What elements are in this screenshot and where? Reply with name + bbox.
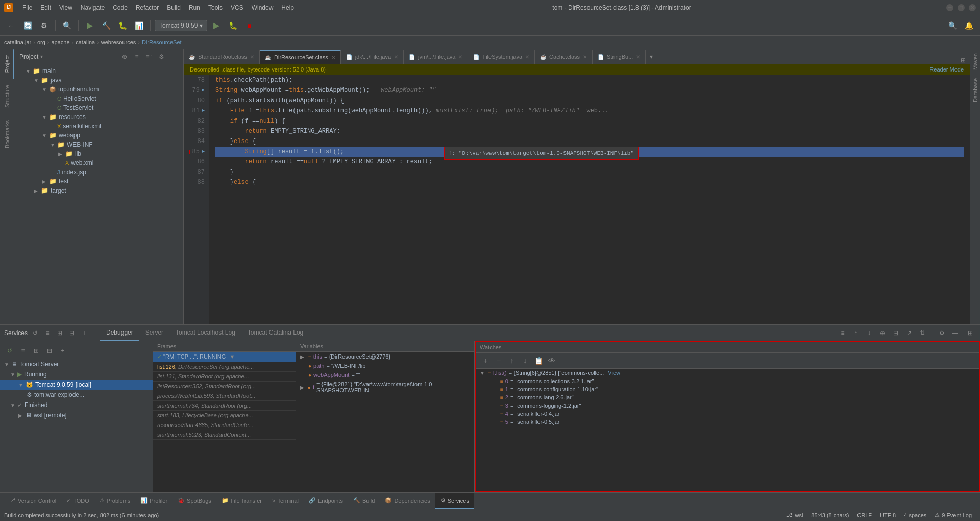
breadcrumb-webresources[interactable]: webresources xyxy=(101,39,136,45)
panel-tool-3[interactable]: ↓ xyxy=(864,327,875,339)
debug-button[interactable]: 🐛 xyxy=(115,18,130,33)
maximize-button[interactable]: □ xyxy=(958,4,965,11)
menu-run[interactable]: Run xyxy=(186,3,203,12)
svc-filter[interactable]: ⊟ xyxy=(44,345,55,357)
status-position[interactable]: 85:43 (8 chars) xyxy=(807,512,853,518)
tree-item-resources[interactable]: ▼ 📁 resources xyxy=(15,112,183,122)
frame-item-4[interactable]: processWebInfLib:593, StandardRoot... xyxy=(153,391,296,401)
tree-item-webinf[interactable]: ▼ 📁 WEB-INF xyxy=(15,140,183,149)
tree-item-java[interactable]: ▼ 📁 java xyxy=(15,76,183,85)
menu-file[interactable]: File xyxy=(19,3,35,12)
tree-item-indexjsp[interactable]: ▶ J index.jsp xyxy=(15,168,183,177)
run-config-debug[interactable]: 🐛 xyxy=(226,18,240,33)
tab-terminal[interactable]: > Terminal xyxy=(267,493,304,509)
tab-profiler[interactable]: 📊 Profiler xyxy=(135,493,173,509)
database-label[interactable]: Database xyxy=(970,74,980,106)
frame-item-6[interactable]: start:183, LifecycleBase (org.apache... xyxy=(153,411,296,420)
menu-refactor[interactable]: Refactor xyxy=(133,3,162,12)
collapse-all-btn[interactable]: ≡ xyxy=(131,51,142,62)
menu-navigate[interactable]: Navigate xyxy=(78,3,108,12)
menu-bar[interactable]: File Edit View Navigate Code Refactor Bu… xyxy=(19,3,297,12)
minimize-button[interactable]: ─ xyxy=(946,4,953,11)
run-config-selector[interactable]: Tomcat 9.0.59 ▾ xyxy=(155,20,207,31)
eye-btn[interactable]: 👁 xyxy=(546,355,557,366)
panel-tool-4[interactable]: ⊕ xyxy=(877,327,888,339)
frame-item-3[interactable]: listResources:352, StandardRoot (org... xyxy=(153,382,296,391)
run-button[interactable]: ▶ xyxy=(83,18,97,33)
svc-finished-group[interactable]: ▼ ✓ Finished xyxy=(0,400,153,410)
tab-problems[interactable]: ⚠ Problems xyxy=(94,493,135,509)
svc-refresh[interactable]: ↺ xyxy=(4,345,15,357)
close-tab-btn[interactable]: ✕ xyxy=(394,54,398,60)
close-tab-btn[interactable]: ✕ xyxy=(636,54,640,60)
svc-tomcat-server[interactable]: ▼ 🖥 Tomcat Server xyxy=(0,359,153,369)
tab-standardroot[interactable]: ☕ StandardRoot.class ✕ xyxy=(184,50,260,64)
close-tab-btn[interactable]: ✕ xyxy=(250,54,254,60)
watch-subitem-4[interactable]: ▶ ≡ 4 = "serialkiller-0.4.jar" xyxy=(476,410,979,418)
status-event-log[interactable]: ⚠ 9 Event Log xyxy=(930,512,976,518)
toolbar-back[interactable]: ← xyxy=(4,18,18,33)
frame-item-2[interactable]: list:131, StandardRoot (org.apache... xyxy=(153,372,296,382)
tree-item-serialkiller[interactable]: ▶ X serialkiller.xml xyxy=(15,122,183,131)
frame-item-1[interactable]: list:126, DirResourceSet (org.apache... xyxy=(153,362,296,372)
tab-build[interactable]: 🔨 Build xyxy=(348,493,380,509)
tab-endpoints[interactable]: 🔗 Endpoints xyxy=(304,493,348,509)
breadcrumb-catalina2[interactable]: catalina xyxy=(76,39,95,45)
panel-tool-6[interactable]: ↗ xyxy=(903,327,915,339)
breadcrumb-org[interactable]: org xyxy=(37,39,45,45)
var-path[interactable]: ▶ ● path = "/WEB-INF/lib" xyxy=(296,361,474,370)
reader-mode-btn[interactable]: Reader Mode xyxy=(929,66,964,73)
panel-restore[interactable]: ⇅ xyxy=(917,327,928,339)
notifications[interactable]: 🔔 xyxy=(962,18,976,33)
menu-edit[interactable]: Edit xyxy=(37,3,54,12)
svc-running-group[interactable]: ▼ ▶ Running xyxy=(0,369,153,380)
toolbar-config[interactable]: ⚙ xyxy=(37,18,51,33)
close-button[interactable]: ✕ xyxy=(969,4,976,11)
tab-file-transfer[interactable]: 📁 File Transfer xyxy=(216,493,267,509)
menu-window[interactable]: Window xyxy=(249,3,277,12)
close-tab-btn[interactable]: ✕ xyxy=(458,54,462,60)
tab-project[interactable]: Project xyxy=(1,49,14,79)
watch-subitem-2[interactable]: ▶ ≡ 2 = "commons-lang-2.6.jar" xyxy=(476,393,979,401)
toolbar-search[interactable]: 🔍 xyxy=(60,18,74,33)
stop-button[interactable]: ■ xyxy=(242,18,256,33)
panel-expand-right[interactable]: ⊞ xyxy=(965,327,976,339)
tab-cache[interactable]: ☕ Cache.class ✕ xyxy=(535,50,593,64)
tab-todo[interactable]: ✓ TODO xyxy=(61,493,94,509)
toolbar-sync[interactable]: 🔄 xyxy=(20,18,35,33)
add-service-btn[interactable]: + xyxy=(79,327,90,339)
frame-item-5[interactable]: startInternal:734, StandardRoot (org... xyxy=(153,401,296,411)
close-tab-btn[interactable]: ✕ xyxy=(583,54,587,60)
tab-version-control[interactable]: ⎇ Version Control xyxy=(4,493,61,509)
menu-view[interactable]: View xyxy=(56,3,76,12)
close-tab-btn[interactable]: ✕ xyxy=(331,55,335,60)
menu-help[interactable]: Help xyxy=(278,3,297,12)
tree-item-target[interactable]: ▶ 📁 target xyxy=(15,186,183,195)
tree-item-main[interactable]: ▼ 📁 main xyxy=(15,66,183,76)
split-editor-btn[interactable]: ⊞ xyxy=(961,57,966,64)
close-tab-btn[interactable]: ✕ xyxy=(525,54,529,60)
coverage-button[interactable]: 📊 xyxy=(132,18,146,33)
code-editor[interactable]: 78 79 ▶ 80 81 ▶ 82 83 xyxy=(184,75,970,324)
copy-btn[interactable]: 📋 xyxy=(533,355,544,366)
svc-wsl[interactable]: ▶ 🖥 wsl [remote] xyxy=(0,410,153,420)
svc-expand[interactable]: ⊞ xyxy=(31,345,42,357)
tree-item-webxml[interactable]: ▶ X web.xml xyxy=(15,158,183,168)
server-tab[interactable]: Server xyxy=(139,325,169,341)
add-watch-btn[interactable]: + xyxy=(480,355,491,366)
collapse-btn[interactable]: ≡ xyxy=(42,327,53,339)
breadcrumb-catalina[interactable]: catalina.jar xyxy=(4,39,31,45)
tree-item-helloservlet[interactable]: ▶ C HelloServlet xyxy=(15,94,183,103)
tree-item-test[interactable]: ▶ 📁 test xyxy=(15,177,183,186)
watch-subitem-1[interactable]: ▶ ≡ 1 = "commons-configuration-1.10.jar" xyxy=(476,385,979,393)
window-controls[interactable]: ─ □ ✕ xyxy=(946,4,976,11)
gear-icon[interactable]: ⚙ xyxy=(156,51,167,62)
panel-close[interactable]: — xyxy=(949,327,961,339)
status-encoding[interactable]: CRLF xyxy=(853,512,876,518)
frame-item-rmi[interactable]: ✓ "RMI TCP ...": RUNNING ▼ xyxy=(153,352,296,362)
run-config-run[interactable]: ▶ xyxy=(209,18,224,33)
tree-item-lib[interactable]: ▶ 📁 lib xyxy=(15,149,183,158)
svc-tomcat-instance[interactable]: ▼ 🐱 Tomcat 9.0.59 [local] xyxy=(0,380,153,390)
status-branch[interactable]: ⎇ wsl xyxy=(782,512,807,518)
view-link[interactable]: View xyxy=(608,370,620,376)
